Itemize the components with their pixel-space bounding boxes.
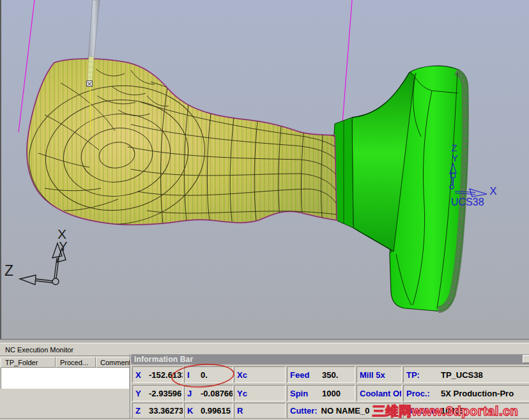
cell-coolant-label: Coolant Off [360,389,402,398]
cell-yc: Yc [234,385,286,401]
watermark-text: 三维网www.3dportal.cn [372,403,518,420]
cell-xc-label: Xc [237,370,247,380]
toolpath-list-rows[interactable] [1,368,129,389]
cell-r: R [234,403,286,419]
cell-proc: Proc.: 5X Production-Pro [403,385,529,401]
cell-spin-value: 1000 [322,389,341,398]
column-header-tp-folder[interactable]: TP_Folder [1,357,56,368]
cell-z-value: 33.36273 [149,406,183,416]
cell-k-label: K [187,406,197,416]
cell-z-label: Z [135,406,145,416]
cell-j-value: -0.08766 [201,389,233,398]
cell-proc-label: Proc.: [406,389,437,398]
cell-k-value: 0.99615 [201,406,231,416]
cell-y-value: -2.93596 [149,389,181,398]
cell-y: Y -2.93596 [132,385,183,401]
cell-cutter-value: NO NAME_0 [321,406,370,416]
panel-frame-strip [0,339,529,343]
cell-spin: Spin 1000 [287,385,355,401]
axis-y-label: Y [59,239,67,253]
cell-mill: Mill 5x [356,366,402,383]
cell-tp-value: TP_UCS38 [441,370,483,380]
information-bar-close-button[interactable] [523,355,529,363]
cell-k: K 0.99615 [184,403,233,419]
viewport-left-border [0,0,1,339]
column-header-comment[interactable]: Comment [96,357,130,368]
cell-spin-label: Spin [290,389,318,398]
tool-trace [90,84,91,131]
information-bar-titlebar[interactable]: Information Bar [131,354,529,364]
cell-mill-label: Mill 5x [360,370,385,380]
nc-execution-monitor-panel: NC Execution Monitor TP_Folder Proced...… [0,339,529,420]
ucs-y-label: Y [452,153,458,163]
cell-x-label: X [135,370,145,380]
toolpath-list[interactable]: TP_Folder Proced... Comment [0,356,130,420]
cell-tp: TP: TP_UCS38 [403,366,529,383]
cam-application-window: X Y Z Z Y X UCS38 NC Execution Monitor [0,0,529,420]
cell-tp-label: TP: [406,370,437,380]
machining-simulation-scene: X Y Z Z Y X UCS38 [0,0,529,339]
cell-proc-value: 5X Production-Pro [441,389,514,398]
cell-coolant: Coolant Off [356,385,402,401]
axis-z-label: Z [4,262,13,279]
ucs-z-label: Z [451,142,457,153]
ucs-x-label: X [489,185,496,197]
3d-viewport[interactable]: X Y Z Z Y X UCS38 [0,0,529,339]
cell-y-label: Y [135,389,145,398]
cell-feed-label: Feed [290,370,318,380]
cell-feed-value: 350. [322,370,338,380]
cell-feed: Feed 350. [287,366,355,383]
cell-yc-label: Yc [237,389,247,398]
cell-j-label: J [187,389,197,398]
cell-z: Z 33.36273 [132,403,183,419]
cell-cutter-label: Cutter: [290,406,318,416]
column-header-proced[interactable]: Proced... [56,357,96,368]
cell-r-label: R [237,406,243,416]
cell-xc: Xc [234,366,286,383]
ucs-name-label: UCS38 [451,197,484,207]
